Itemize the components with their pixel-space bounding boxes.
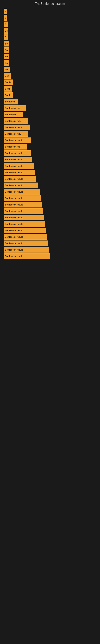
bar-label: Bottleneck result [5, 204, 23, 206]
bar: Bottleneck result [4, 157, 32, 162]
bar: Bottlenec [4, 99, 18, 104]
site-title: TheBottlenecker.com [0, 0, 100, 7]
bar: B [4, 22, 8, 27]
bar: Bottleneck result [4, 176, 36, 182]
bar-row: Bottl [4, 86, 96, 92]
bar-label: Bottleneck result [5, 184, 23, 186]
bar-label: B [5, 36, 6, 38]
bar: Bottleneck resu [4, 131, 28, 137]
bar: Bottleneck res [4, 144, 27, 150]
bar-label: Bottleneck result [5, 126, 23, 128]
bar-row: Bo [4, 60, 96, 66]
bar-row: Bottlenec [4, 99, 96, 104]
bar: Bo [4, 60, 9, 66]
bar: Bo [4, 66, 10, 72]
bar-row: B [4, 9, 96, 14]
bar: Bottleneck result [4, 240, 48, 246]
bar-label: Bott [5, 75, 9, 77]
bar-label: Bottleneck result [5, 171, 23, 174]
bar-label: Bottleneck result [5, 178, 23, 180]
bar: Bottleneck r [4, 112, 23, 117]
bar: Bottleneck result [4, 138, 31, 143]
bar-label: Bottleneck resu [5, 132, 21, 135]
bar-row: Bottleneck result [4, 196, 96, 201]
bar-row: Bottleneck result [4, 253, 96, 259]
bar-label: Bottleneck result [5, 139, 23, 142]
bar-row: Bottleneck res [4, 144, 96, 150]
bar: Bottle [4, 92, 13, 98]
bar-row: Bottleneck result [4, 176, 96, 182]
bar-label: Bottleneck result [5, 165, 23, 167]
bar-label: Bo [5, 42, 8, 45]
bar-label: Bottleneck result [5, 216, 23, 219]
bar-label: Bottleneck res [5, 107, 20, 109]
bar-label: Bottlenec [5, 100, 15, 103]
bar-label: Bottleneck result [5, 248, 23, 251]
bar: Bottleneck result [4, 124, 30, 130]
bar: Bottleneck result [4, 202, 42, 208]
bar-row: Bottleneck r [4, 112, 96, 117]
bar: B [4, 34, 8, 40]
bar-label: Bo [5, 49, 8, 51]
bar: Bottleneck result [4, 247, 49, 252]
bar: E [4, 15, 7, 21]
bar-row: Bottleneck result [4, 150, 96, 156]
bar: Bottleneck result [4, 253, 50, 259]
bar-row: Bottleneck result [4, 138, 96, 143]
bar: Bottleneck res [4, 105, 26, 111]
bar-row: B [4, 22, 96, 27]
bar-row: Bo [4, 66, 96, 72]
bar: Bo [4, 47, 9, 53]
bar-label: Bottleneck result [5, 242, 23, 244]
bar-label: Bottleneck result [5, 152, 23, 154]
bar-label: B [5, 10, 6, 13]
bar-row: Bo [4, 41, 96, 46]
bar: Bo [4, 28, 8, 34]
bar-row: Bottleneck result [4, 234, 96, 240]
bar-label: Bottleneck result [5, 255, 23, 258]
bar: Bottleneck result [4, 182, 38, 188]
bar-row: Bottleneck res [4, 105, 96, 111]
bar-row: Bottleneck result [4, 240, 96, 246]
bar-row: Bottleneck result [4, 228, 96, 233]
bar-label: Bottleneck result [5, 229, 23, 232]
bar-label: B [5, 23, 6, 26]
bar-label: Bottleneck result [5, 236, 23, 238]
bar-label: Bottleneck result [5, 197, 23, 200]
bar-row: Bottleneck resu [4, 131, 96, 137]
bar-row: Bo [4, 28, 96, 34]
bar: Bottleneck result [4, 189, 40, 194]
bar-row: B [4, 34, 96, 40]
bar-row: Bottleneck result [4, 221, 96, 227]
bar-row: Bo [4, 54, 96, 59]
bar-row: Bo [4, 47, 96, 53]
bar-row: Bottleneck result [4, 189, 96, 194]
bar-label: Bottle [5, 81, 11, 84]
bar-row: Bottleneck result [4, 182, 96, 188]
bar: Bottle [4, 80, 13, 85]
bar-label: Bo [5, 68, 8, 71]
bar-row: Bottleneck result [4, 157, 96, 162]
bar-row: Bottleneck result [4, 202, 96, 208]
bar-label: Bottl [5, 88, 10, 90]
bar-label: Bottleneck r [5, 113, 18, 116]
bar-label: Bottleneck result [5, 223, 23, 225]
bar: Bottleneck result [4, 150, 31, 156]
bar-row: Bottleneck result [4, 208, 96, 214]
bar: Bottl [4, 86, 12, 92]
bars-container: BEBBoBBoBoBoBoBoBottBottleBottlBottleBot… [0, 7, 100, 262]
bar: Bottleneck result [4, 196, 41, 201]
bar: Bottleneck result [4, 221, 45, 227]
bar-row: Bottleneck result [4, 215, 96, 220]
bar: Bo [4, 41, 9, 46]
bar-label: E [5, 17, 6, 19]
bar: Bottleneck resu [4, 118, 28, 124]
bar-row: Bottleneck resu [4, 118, 96, 124]
bar-label: Bottle [5, 94, 11, 96]
bar-label: Bottleneck res [5, 146, 20, 148]
bar-row: Bottle [4, 92, 96, 98]
bar-label: Bo [5, 55, 8, 58]
bar: Bottleneck result [4, 170, 35, 175]
bar-row: E [4, 15, 96, 21]
bar-row: Bottleneck result [4, 170, 96, 175]
